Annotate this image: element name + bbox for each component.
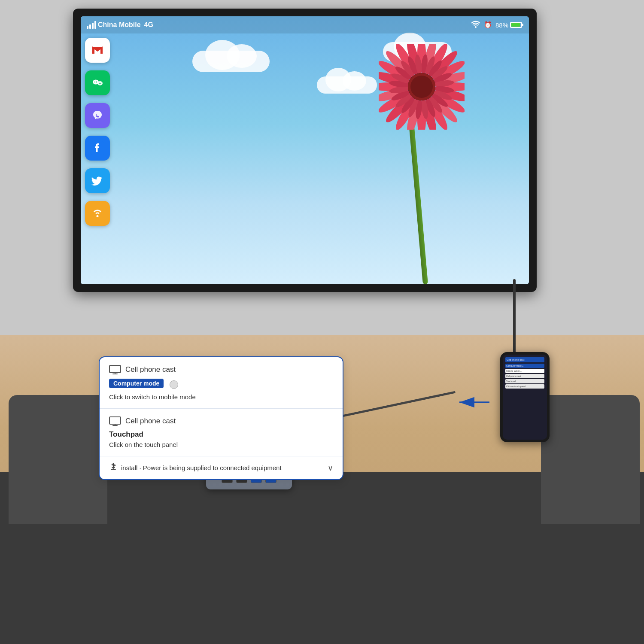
- flower-stem: [409, 122, 428, 284]
- battery-fill: [511, 23, 520, 27]
- tv-status-bar: China Mobile 4G ⏰ 88%: [81, 16, 529, 33]
- svg-point-57: [99, 83, 100, 84]
- petal-ring: [379, 44, 465, 130]
- wifi-icon: [471, 20, 480, 30]
- popup-subtitle-1: Click to switch to mobile mode: [109, 393, 333, 401]
- app-icon-viber[interactable]: [85, 103, 110, 128]
- popup-title-2: Cell phone cast: [125, 417, 176, 425]
- app-icon-wechat[interactable]: [85, 70, 110, 95]
- alarm-icon: ⏰: [484, 21, 492, 29]
- app-icons-list: [85, 38, 110, 226]
- cursor-indicator: [170, 380, 178, 389]
- blue-arrow: [453, 395, 492, 410]
- svg-point-54: [97, 81, 103, 85]
- chevron-down-icon[interactable]: ∨: [328, 463, 333, 473]
- usb-icon: [109, 462, 118, 473]
- cloud-1: [192, 51, 270, 72]
- carrier-label: China Mobile: [98, 21, 141, 29]
- flower: [336, 35, 486, 284]
- battery-icon: [510, 22, 522, 28]
- tv-frame: China Mobile 4G ⏰ 88%: [73, 9, 537, 292]
- battery-percent: 88%: [495, 21, 508, 29]
- signal-bars: [87, 21, 96, 29]
- phone-device: Cell phone cast Computer mode ● Click to…: [500, 352, 550, 442]
- computer-mode-badge[interactable]: Computer mode: [109, 379, 164, 388]
- popup-section-1-header: Cell phone cast: [109, 365, 333, 374]
- phone-screen-content: Cell phone cast Computer mode ● Click to…: [503, 355, 547, 391]
- app-icon-twitter[interactable]: [85, 168, 110, 193]
- popup-section-computer-mode: Cell phone cast Computer mode Click to s…: [100, 357, 343, 409]
- monitor-icon-1: [109, 365, 121, 374]
- svg-point-50: [410, 76, 433, 98]
- chair-left: [9, 395, 107, 524]
- popup-subtitle-2: Click on the touch panel: [109, 441, 333, 448]
- svg-point-58: [100, 83, 101, 84]
- app-icon-wifi[interactable]: [85, 201, 110, 226]
- popup-section-touchpad: Cell phone cast Touchpad Click on the to…: [100, 409, 343, 456]
- svg-point-55: [94, 82, 95, 82]
- svg-rect-66: [109, 417, 121, 424]
- usb-install-text: install · Power is being supplied to con…: [109, 462, 282, 473]
- touchpad-label: Touchpad: [109, 430, 333, 439]
- popup-footer[interactable]: install · Power is being supplied to con…: [100, 456, 343, 479]
- popup-section-2-header: Cell phone cast: [109, 416, 333, 426]
- usb-install-label: install · Power is being supplied to con…: [121, 464, 282, 471]
- network-label: 4G: [144, 21, 153, 29]
- app-icon-facebook[interactable]: [85, 136, 110, 161]
- svg-point-56: [96, 82, 97, 82]
- svg-rect-65: [109, 365, 121, 373]
- chair-right: [541, 395, 640, 524]
- flower-head: [379, 44, 465, 130]
- flower-petals-svg: [379, 44, 465, 130]
- popup-title-1: Cell phone cast: [125, 365, 176, 374]
- phone-screen: Cell phone cast Computer mode ● Click to…: [503, 355, 547, 440]
- popup-panel: Cell phone cast Computer mode Click to s…: [99, 356, 343, 480]
- app-icon-gmail[interactable]: [85, 38, 110, 63]
- tv-screen: China Mobile 4G ⏰ 88%: [81, 16, 529, 284]
- monitor-icon-2: [109, 416, 121, 426]
